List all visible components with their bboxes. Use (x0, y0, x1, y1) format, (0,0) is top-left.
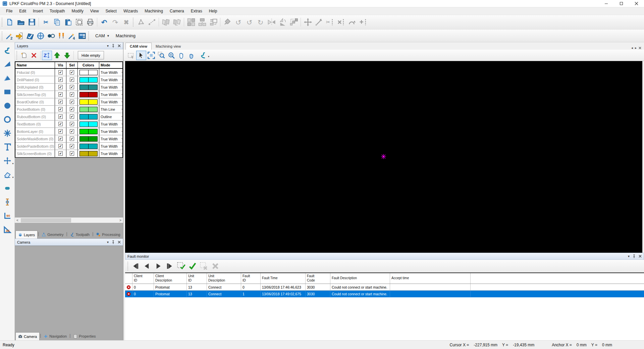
transform-icon[interactable]: ▾ (2, 156, 13, 166)
text-icon[interactable] (2, 142, 13, 152)
chevron-down-icon[interactable]: ˅ (121, 108, 123, 111)
chevron-down-icon[interactable]: ▾ (107, 240, 109, 244)
menu-wizards[interactable]: Wizards (120, 8, 141, 14)
circle-icon[interactable] (2, 114, 13, 124)
copy-special-icon[interactable] (73, 17, 85, 28)
toolbar-grip[interactable] (16, 51, 17, 60)
scrollbar-thumb[interactable] (21, 218, 71, 222)
chevron-down-icon[interactable]: ˅ (121, 78, 123, 81)
menu-file[interactable]: File (3, 8, 16, 14)
layer-visible-checkbox[interactable]: ✔ (55, 143, 66, 150)
polyline-icon[interactable] (2, 73, 13, 83)
layer-row[interactable]: RuboutBottom (0) ✔ ✔ Outline˅ (15, 113, 122, 120)
layer-visible-checkbox[interactable]: ✔ (55, 128, 66, 135)
tab-toolpath[interactable]: Toolpath (68, 231, 92, 239)
camera-circles-icon[interactable] (46, 31, 56, 41)
chevron-down-icon[interactable]: ˅ (121, 100, 123, 103)
move-up-icon[interactable] (52, 51, 62, 60)
design-rule-check-icon[interactable] (25, 31, 35, 41)
layer-row[interactable]: SolderMaskBottom (0) ✔ ✔ True Width˅ (15, 135, 122, 143)
machining-head-icon[interactable] (77, 31, 87, 41)
first-fault-icon[interactable] (130, 261, 141, 271)
zoom-fit-icon[interactable] (146, 51, 156, 60)
angle-45-icon[interactable]: 45 (2, 225, 13, 235)
layer-color-swatch[interactable] (78, 84, 99, 91)
layer-mode-dropdown[interactable]: True Width˅ (99, 120, 123, 128)
close-icon[interactable] (118, 241, 121, 244)
column-vis[interactable]: Vis (55, 62, 66, 68)
menu-extras[interactable]: Extras (187, 8, 206, 14)
eraser-icon[interactable]: ▾ (2, 169, 13, 180)
layer-color-swatch[interactable] (78, 113, 99, 120)
accept-selected-icon[interactable] (175, 261, 187, 271)
column-fault-code[interactable]: FaultCode (306, 273, 330, 284)
layer-row[interactable]: SolderPasteBottom (0) ✔ ✔ True Width˅ (15, 143, 122, 150)
minimize-button[interactable] (599, 0, 614, 7)
layer-color-swatch[interactable] (78, 69, 99, 76)
toolbar-grip[interactable] (2, 18, 2, 27)
chevron-down-icon[interactable]: ˅ (121, 86, 123, 89)
layer-color-swatch[interactable] (78, 106, 99, 113)
zoom-window-icon[interactable] (156, 51, 166, 60)
tab-properties[interactable]: Properties (71, 332, 98, 340)
chevron-down-icon[interactable]: ˅ (121, 122, 123, 126)
layer-color-swatch[interactable] (78, 128, 99, 135)
layer-mode-dropdown[interactable]: True Width˅ (99, 143, 123, 150)
toolbar-grip[interactable] (127, 262, 128, 270)
menu-modify[interactable]: Modify (68, 8, 87, 14)
fiducial-icon[interactable] (35, 31, 46, 41)
layer-select-checkbox[interactable]: ✔ (66, 69, 78, 76)
layer-select-checkbox[interactable]: ✔ (66, 84, 78, 91)
menu-view[interactable]: View (87, 8, 102, 14)
column-client-description[interactable]: ClientDescription (154, 273, 187, 284)
layer-select-checkbox[interactable]: ✔ (66, 106, 78, 113)
cam-view-canvas[interactable] (125, 61, 642, 253)
layer-color-swatch[interactable] (78, 135, 99, 142)
layer-select-checkbox[interactable]: ✔ (66, 143, 78, 150)
sort-z-order-icon[interactable]: Z (42, 51, 52, 60)
open-icon[interactable] (15, 17, 26, 28)
copy-icon[interactable] (51, 17, 62, 28)
tab-processing[interactable]: Processing (94, 231, 122, 239)
close-icon[interactable] (118, 44, 121, 47)
measure-icon[interactable] (2, 197, 13, 207)
pan-icon[interactable] (176, 51, 186, 60)
chevron-down-icon[interactable]: ˅ (121, 93, 123, 96)
pin-icon[interactable] (633, 254, 636, 258)
rectangle-icon[interactable] (2, 87, 13, 97)
camera-panel-header[interactable]: Camera ▾ (15, 239, 123, 246)
layer-row[interactable]: BottomLayer (0) ✔ ✔ True Width˅ (15, 128, 122, 135)
toolpath-display-icon[interactable]: ▾ (197, 51, 210, 60)
zoom-dynamic-icon[interactable] (166, 51, 176, 60)
column-colors[interactable]: Colors (78, 62, 99, 68)
drill-pins-icon[interactable] (56, 31, 66, 41)
layers-panel-header[interactable]: Layers ▾ (15, 42, 123, 49)
delete-layer-icon[interactable] (29, 51, 39, 60)
menu-camera[interactable]: Camera (166, 8, 187, 14)
new-icon[interactable] (4, 17, 15, 28)
tab-close-icon[interactable] (639, 47, 641, 49)
undo-icon[interactable]: ↶ (99, 17, 110, 28)
fault-monitor-header[interactable]: Fault monitor ▾ (125, 253, 644, 260)
fault-row[interactable]: 0 Protomat 13 Connect 0 13/06/2018 17:46… (125, 284, 644, 291)
layer-visible-checkbox[interactable]: ✔ (55, 84, 66, 91)
pad-icon[interactable] (2, 183, 13, 193)
layer-visible-checkbox[interactable]: ✔ (55, 91, 66, 98)
tab-scroll-left-icon[interactable]: ◂ (631, 46, 633, 50)
layer-mode-dropdown[interactable]: True Width˅ (99, 98, 123, 105)
pin-icon[interactable] (112, 44, 115, 48)
layer-mode-dropdown[interactable]: True Width˅ (99, 91, 123, 98)
layer-visible-checkbox[interactable]: ✔ (55, 135, 66, 142)
layer-mode-dropdown[interactable]: True Width˅ (99, 69, 123, 76)
column-client-id[interactable]: ClientID (132, 273, 154, 284)
save-icon[interactable] (26, 17, 37, 28)
hide-empty-button[interactable]: Hide empty (78, 51, 104, 59)
layer-row[interactable]: PocketBottom (0) ✔ ✔ Thin Line˅ (15, 106, 122, 113)
menu-edit[interactable]: Edit (16, 8, 30, 14)
horizontal-scrollbar[interactable]: < > (15, 217, 123, 223)
column-name[interactable]: Name (15, 62, 55, 68)
chevron-down-icon[interactable]: ˅ (121, 152, 123, 155)
chevron-down-icon[interactable]: ▼ (107, 34, 110, 38)
accept-all-icon[interactable] (187, 261, 198, 271)
layer-select-checkbox[interactable]: ✔ (66, 113, 78, 120)
